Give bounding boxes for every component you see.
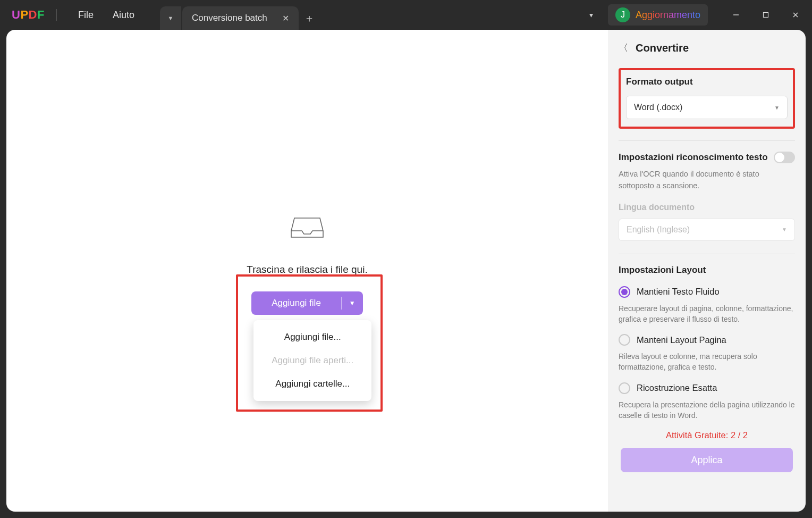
divider <box>619 140 795 141</box>
chevron-down-icon: ▼ <box>168 15 174 21</box>
window-maximize-button[interactable] <box>754 4 778 26</box>
dropdown-add-folders[interactable]: Aggiungi cartelle... <box>253 372 371 396</box>
update-label: Aggiornamento <box>636 10 700 21</box>
layout-option-fluid[interactable]: Mantieni Testo Fluido <box>619 286 795 298</box>
ocr-description: Attiva l'OCR quando il documento è stato… <box>619 169 795 192</box>
toggle-knob <box>775 153 784 162</box>
radio-icon <box>619 334 630 346</box>
divider <box>56 9 57 21</box>
chevron-left-icon: 〈 <box>619 41 628 54</box>
radio-label: Ricostruzione Esatta <box>637 383 717 393</box>
drop-hint-text: Trascina e rilascia i file qui. <box>247 264 367 275</box>
side-panel-back[interactable]: 〈 Convertire <box>619 41 795 54</box>
inbox-icon <box>247 211 367 243</box>
document-language-select[interactable]: English (Inglese) ▼ <box>619 219 795 241</box>
tab-list-dropdown[interactable]: ▼ <box>160 6 181 30</box>
tab-batch-conversion[interactable]: Conversione batch ✕ <box>182 6 299 30</box>
svg-rect-1 <box>764 13 768 18</box>
side-panel-title: Convertire <box>636 42 689 54</box>
menu-file[interactable]: File <box>69 6 103 24</box>
layout-fluid-description: Recuperare layout di pagina, colonne, fo… <box>619 303 795 325</box>
main-drop-area[interactable]: Trascina e rilascia i file qui. Aggiungi… <box>6 30 608 512</box>
window-close-button[interactable] <box>783 4 808 26</box>
radio-icon <box>619 382 630 394</box>
output-format-value: Word (.docx) <box>634 103 682 112</box>
user-avatar: J <box>615 7 630 22</box>
layout-page-description: Rileva layout e colonne, ma recupera sol… <box>619 351 795 373</box>
tab-close-button[interactable]: ✕ <box>282 13 289 23</box>
free-activity-counter: Attività Gratuite: 2 / 2 <box>619 430 795 440</box>
dropdown-add-files[interactable]: Aggiungi file... <box>253 325 371 349</box>
caret-down-icon[interactable]: ▼ <box>342 299 363 307</box>
radio-label: Manteni Layout Pagina <box>637 335 726 345</box>
document-language-value: English (Inglese) <box>627 225 690 235</box>
side-panel: 〈 Convertire Formato output Word (.docx)… <box>608 30 806 512</box>
add-file-label: Aggiungi file <box>251 298 341 308</box>
caret-down-icon: ▼ <box>782 227 787 232</box>
tab-title: Conversione batch <box>192 13 267 23</box>
add-file-dropdown: Aggiungi file... Aggiungi file aperti...… <box>253 320 371 401</box>
app-logo: UPDF <box>12 8 45 22</box>
ocr-toggle[interactable] <box>774 152 795 163</box>
output-format-select[interactable]: Word (.docx) ▼ <box>626 96 788 119</box>
dropdown-add-open-files: Aggiungi file aperti... <box>253 349 371 372</box>
new-tab-button[interactable]: ＋ <box>299 6 320 30</box>
apply-button[interactable]: Applica <box>621 448 793 472</box>
radio-icon <box>619 286 630 298</box>
tabs-overflow-button[interactable]: ▾ <box>585 6 597 23</box>
layout-settings-label: Impostazioni Layout <box>619 265 795 275</box>
annotation-highlight-box: Formato output Word (.docx) ▼ <box>619 68 795 129</box>
layout-option-page[interactable]: Manteni Layout Pagina <box>619 334 795 346</box>
layout-option-exact[interactable]: Ricostruzione Esatta <box>619 382 795 394</box>
update-banner[interactable]: J Aggiornamento <box>608 4 708 26</box>
tab-bar: ▼ Conversione batch ✕ ＋ <box>160 0 320 30</box>
radio-label: Mantieni Testo Fluido <box>637 287 720 297</box>
titlebar: UPDF File Aiuto ▼ Conversione batch ✕ ＋ … <box>0 0 812 30</box>
add-file-button[interactable]: Aggiungi file ▼ <box>251 291 363 315</box>
caret-down-icon: ▼ <box>774 105 780 111</box>
layout-exact-description: Recupera la presentazione della pagina u… <box>619 399 795 421</box>
divider <box>619 254 795 254</box>
output-format-label: Formato output <box>626 77 788 87</box>
ocr-settings-label: Impostazioni riconoscimento testo <box>619 152 768 163</box>
document-language-label: Lingua documento <box>619 203 795 212</box>
window-minimize-button[interactable] <box>724 4 748 26</box>
menu-help[interactable]: Aiuto <box>103 6 144 24</box>
